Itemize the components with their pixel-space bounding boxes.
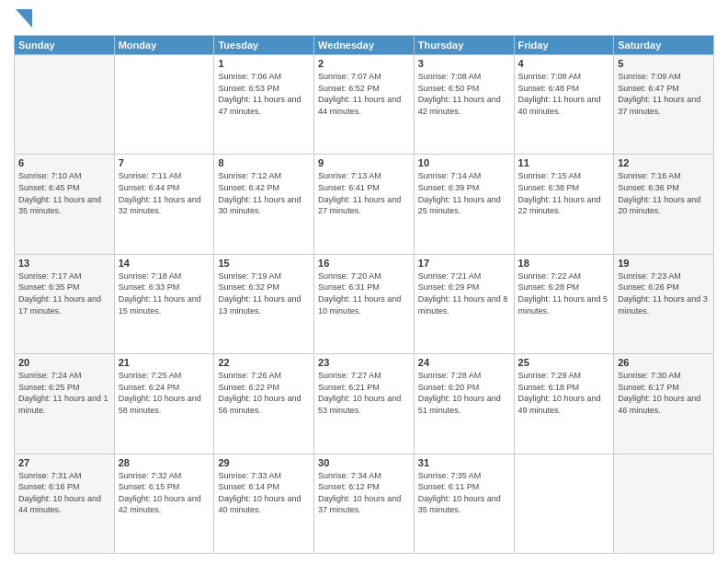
calendar-cell: 22Sunrise: 7:26 AM Sunset: 6:22 PM Dayli… [214, 354, 314, 454]
day-number: 12 [618, 157, 710, 168]
day-info: Sunrise: 7:16 AM Sunset: 6:36 PM Dayligh… [618, 170, 710, 216]
logo [14, 9, 32, 28]
day-number: 31 [418, 457, 510, 468]
page: SundayMondayTuesdayWednesdayThursdayFrid… [0, 0, 728, 563]
calendar-cell: 9Sunrise: 7:13 AM Sunset: 6:41 PM Daylig… [314, 155, 415, 254]
weekday-header: Saturday [614, 36, 714, 55]
day-number: 8 [218, 157, 310, 168]
day-number: 29 [218, 457, 310, 468]
calendar-cell: 12Sunrise: 7:16 AM Sunset: 6:36 PM Dayli… [614, 155, 714, 254]
weekday-header: Thursday [414, 36, 514, 55]
day-number: 10 [418, 157, 510, 168]
calendar-cell: 23Sunrise: 7:27 AM Sunset: 6:21 PM Dayli… [314, 354, 415, 454]
day-number: 13 [18, 258, 110, 269]
day-number: 22 [218, 357, 310, 368]
calendar-cell: 17Sunrise: 7:21 AM Sunset: 6:29 PM Dayli… [414, 254, 514, 353]
calendar-cell: 2Sunrise: 7:07 AM Sunset: 6:52 PM Daylig… [314, 55, 415, 155]
day-info: Sunrise: 7:14 AM Sunset: 6:39 PM Dayligh… [418, 170, 510, 216]
calendar-cell: 28Sunrise: 7:32 AM Sunset: 6:15 PM Dayli… [114, 454, 214, 553]
day-number: 14 [119, 258, 210, 269]
calendar-cell [514, 454, 614, 553]
day-number: 17 [418, 258, 510, 269]
calendar-cell: 27Sunrise: 7:31 AM Sunset: 6:16 PM Dayli… [15, 454, 115, 553]
day-info: Sunrise: 7:19 AM Sunset: 6:32 PM Dayligh… [218, 270, 310, 316]
weekday-header: Tuesday [214, 36, 314, 55]
day-info: Sunrise: 7:29 AM Sunset: 6:18 PM Dayligh… [518, 370, 610, 416]
calendar-cell: 16Sunrise: 7:20 AM Sunset: 6:31 PM Dayli… [314, 254, 415, 353]
day-number: 16 [318, 258, 410, 269]
day-info: Sunrise: 7:13 AM Sunset: 6:41 PM Dayligh… [318, 170, 410, 216]
day-info: Sunrise: 7:33 AM Sunset: 6:14 PM Dayligh… [218, 470, 310, 516]
calendar-cell: 11Sunrise: 7:15 AM Sunset: 6:38 PM Dayli… [514, 155, 614, 254]
day-info: Sunrise: 7:12 AM Sunset: 6:42 PM Dayligh… [218, 170, 310, 216]
day-info: Sunrise: 7:31 AM Sunset: 6:16 PM Dayligh… [18, 470, 110, 516]
day-info: Sunrise: 7:27 AM Sunset: 6:21 PM Dayligh… [318, 370, 410, 416]
day-info: Sunrise: 7:20 AM Sunset: 6:31 PM Dayligh… [318, 270, 410, 316]
day-info: Sunrise: 7:22 AM Sunset: 6:28 PM Dayligh… [518, 270, 610, 316]
calendar-cell: 24Sunrise: 7:28 AM Sunset: 6:20 PM Dayli… [414, 354, 514, 454]
day-number: 1 [218, 58, 310, 69]
day-info: Sunrise: 7:30 AM Sunset: 6:17 PM Dayligh… [618, 370, 710, 416]
day-info: Sunrise: 7:25 AM Sunset: 6:24 PM Dayligh… [119, 370, 210, 416]
day-info: Sunrise: 7:09 AM Sunset: 6:47 PM Dayligh… [618, 71, 710, 117]
weekday-header: Friday [514, 36, 614, 55]
day-info: Sunrise: 7:08 AM Sunset: 6:50 PM Dayligh… [418, 71, 510, 117]
day-number: 19 [618, 258, 710, 269]
calendar-week-row: 13Sunrise: 7:17 AM Sunset: 6:35 PM Dayli… [15, 254, 714, 353]
calendar-cell: 14Sunrise: 7:18 AM Sunset: 6:33 PM Dayli… [114, 254, 214, 353]
day-number: 30 [318, 457, 410, 468]
day-number: 26 [618, 357, 710, 368]
calendar-table: SundayMondayTuesdayWednesdayThursdayFrid… [14, 35, 714, 554]
calendar-cell [614, 454, 714, 553]
day-info: Sunrise: 7:15 AM Sunset: 6:38 PM Dayligh… [518, 170, 610, 216]
day-info: Sunrise: 7:08 AM Sunset: 6:48 PM Dayligh… [518, 71, 610, 117]
calendar-cell: 20Sunrise: 7:24 AM Sunset: 6:25 PM Dayli… [15, 354, 115, 454]
calendar-header-row: SundayMondayTuesdayWednesdayThursdayFrid… [15, 36, 714, 55]
calendar-week-row: 27Sunrise: 7:31 AM Sunset: 6:16 PM Dayli… [15, 454, 714, 553]
day-number: 6 [18, 157, 110, 168]
weekday-header: Monday [114, 36, 214, 55]
day-number: 28 [119, 457, 210, 468]
svg-marker-0 [16, 9, 32, 28]
day-number: 3 [418, 58, 510, 69]
day-number: 15 [218, 258, 310, 269]
calendar-week-row: 20Sunrise: 7:24 AM Sunset: 6:25 PM Dayli… [15, 354, 714, 454]
day-info: Sunrise: 7:07 AM Sunset: 6:52 PM Dayligh… [318, 71, 410, 117]
day-number: 20 [18, 357, 110, 368]
day-number: 21 [119, 357, 210, 368]
day-info: Sunrise: 7:18 AM Sunset: 6:33 PM Dayligh… [119, 270, 210, 316]
weekday-header: Sunday [15, 36, 115, 55]
day-info: Sunrise: 7:23 AM Sunset: 6:26 PM Dayligh… [618, 270, 710, 316]
day-info: Sunrise: 7:32 AM Sunset: 6:15 PM Dayligh… [119, 470, 210, 516]
day-number: 18 [518, 258, 610, 269]
calendar-cell: 31Sunrise: 7:35 AM Sunset: 6:11 PM Dayli… [414, 454, 514, 553]
calendar-cell: 18Sunrise: 7:22 AM Sunset: 6:28 PM Dayli… [514, 254, 614, 353]
calendar-cell: 10Sunrise: 7:14 AM Sunset: 6:39 PM Dayli… [414, 155, 514, 254]
day-info: Sunrise: 7:11 AM Sunset: 6:44 PM Dayligh… [119, 170, 210, 216]
day-info: Sunrise: 7:10 AM Sunset: 6:45 PM Dayligh… [18, 170, 110, 216]
day-number: 5 [618, 58, 710, 69]
calendar-cell: 26Sunrise: 7:30 AM Sunset: 6:17 PM Dayli… [614, 354, 714, 454]
calendar-cell: 8Sunrise: 7:12 AM Sunset: 6:42 PM Daylig… [214, 155, 314, 254]
logo-icon [16, 9, 32, 28]
day-info: Sunrise: 7:17 AM Sunset: 6:35 PM Dayligh… [18, 270, 110, 316]
calendar-cell [15, 55, 115, 155]
day-info: Sunrise: 7:21 AM Sunset: 6:29 PM Dayligh… [418, 270, 510, 316]
calendar-cell: 6Sunrise: 7:10 AM Sunset: 6:45 PM Daylig… [15, 155, 115, 254]
calendar-cell: 21Sunrise: 7:25 AM Sunset: 6:24 PM Dayli… [114, 354, 214, 454]
calendar-cell: 25Sunrise: 7:29 AM Sunset: 6:18 PM Dayli… [514, 354, 614, 454]
calendar-week-row: 6Sunrise: 7:10 AM Sunset: 6:45 PM Daylig… [15, 155, 714, 254]
calendar-cell: 15Sunrise: 7:19 AM Sunset: 6:32 PM Dayli… [214, 254, 314, 353]
day-number: 4 [518, 58, 610, 69]
calendar-cell: 3Sunrise: 7:08 AM Sunset: 6:50 PM Daylig… [414, 55, 514, 155]
calendar-cell: 5Sunrise: 7:09 AM Sunset: 6:47 PM Daylig… [614, 55, 714, 155]
weekday-header: Wednesday [314, 36, 415, 55]
day-number: 27 [18, 457, 110, 468]
calendar-cell: 4Sunrise: 7:08 AM Sunset: 6:48 PM Daylig… [514, 55, 614, 155]
calendar-cell: 30Sunrise: 7:34 AM Sunset: 6:12 PM Dayli… [314, 454, 415, 553]
day-info: Sunrise: 7:24 AM Sunset: 6:25 PM Dayligh… [18, 370, 110, 416]
day-info: Sunrise: 7:28 AM Sunset: 6:20 PM Dayligh… [418, 370, 510, 416]
calendar-cell: 29Sunrise: 7:33 AM Sunset: 6:14 PM Dayli… [214, 454, 314, 553]
day-number: 2 [318, 58, 410, 69]
calendar-cell: 7Sunrise: 7:11 AM Sunset: 6:44 PM Daylig… [114, 155, 214, 254]
